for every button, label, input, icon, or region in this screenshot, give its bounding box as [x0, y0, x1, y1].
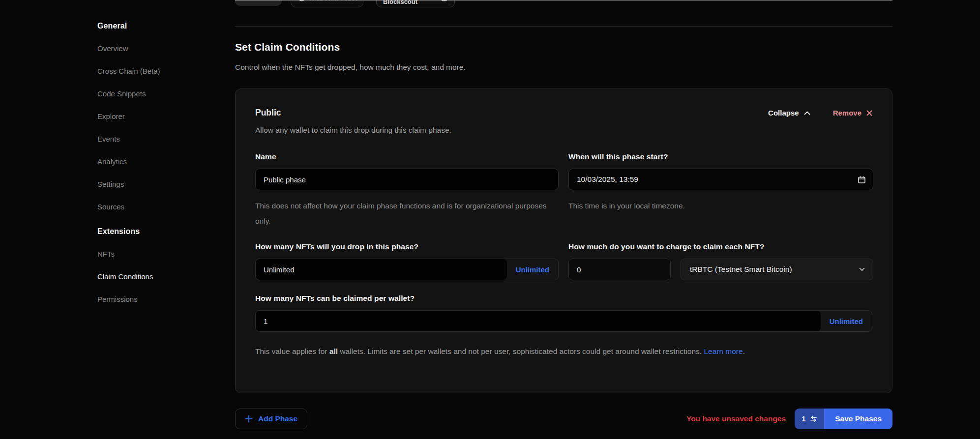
contract-sidebar: General Overview Cross Chain (Beta) Code… — [97, 22, 215, 318]
name-field: Name This does not affect how your claim… — [255, 152, 559, 229]
page-title: Set Claim Conditions — [235, 41, 340, 53]
supply-field: How many NFTs will you drop in this phas… — [255, 242, 559, 280]
name-help: This does not affect how your claim phas… — [255, 198, 559, 229]
supply-label: How many NFTs will you drop in this phas… — [255, 242, 559, 251]
remove-label: Remove — [833, 109, 861, 117]
phase-title: Public — [255, 108, 451, 118]
sidebar-item-sources[interactable]: Sources — [97, 203, 215, 211]
start-time-help: This time is in your local timezone. — [568, 198, 873, 213]
sidebar-item-overview[interactable]: Overview — [97, 44, 215, 53]
close-icon — [866, 110, 872, 116]
calendar-icon[interactable] — [858, 176, 866, 184]
per-wallet-unlimited-button[interactable]: Unlimited — [821, 311, 872, 331]
collapse-button[interactable]: Collapse — [768, 109, 810, 117]
start-time-value: 10/03/2025, 13:59 — [577, 175, 638, 184]
sidebar-item-nfts[interactable]: NFTs — [97, 250, 215, 259]
header-divider — [235, 26, 892, 27]
main-content: 0xcDee...F76bc9 Rootstock Blockscout Set… — [235, 0, 892, 439]
name-label: Name — [255, 152, 559, 161]
sidebar-item-cross-chain[interactable]: Cross Chain (Beta) — [97, 67, 215, 76]
claim-phase-card: Public Allow any wallet to claim this dr… — [235, 88, 892, 393]
learn-more-link[interactable]: Learn more — [704, 347, 742, 355]
per-wallet-label: How many NFTs can be claimed per wallet? — [255, 294, 872, 303]
truncated-toolbar-button[interactable] — [235, 0, 282, 6]
currency-select[interactable]: tRBTC (Testnet Smart Bitcoin) — [681, 259, 873, 280]
page-subtitle: Control when the NFTs get dropped, how m… — [235, 63, 466, 72]
start-time-input[interactable]: 10/03/2025, 13:59 — [568, 169, 873, 190]
per-wallet-field: How many NFTs can be claimed per wallet?… — [255, 294, 872, 332]
supply-input-group: Unlimited — [255, 259, 559, 280]
save-button-group: 1 Save Phases — [795, 409, 892, 429]
phases-footer: Add Phase You have unsaved changes 1 Sav… — [235, 409, 892, 429]
collapse-label: Collapse — [768, 109, 799, 117]
block-explorer-chip[interactable]: Rootstock Blockscout — [376, 0, 455, 7]
name-input[interactable] — [255, 169, 559, 190]
price-field: How much do you want to charge to claim … — [568, 242, 873, 280]
supply-unlimited-button[interactable]: Unlimited — [507, 259, 558, 280]
top-edge-highlight — [235, 0, 892, 0]
sidebar-section-general: General — [97, 22, 215, 30]
per-wallet-note: This value applies for all wallets. Limi… — [255, 344, 869, 359]
chevron-up-icon — [804, 111, 810, 115]
claim-conditions-page: General Overview Cross Chain (Beta) Code… — [0, 0, 980, 439]
swap-arrows-icon — [810, 415, 817, 422]
save-phases-button[interactable]: Save Phases — [824, 409, 892, 429]
supply-input[interactable] — [256, 259, 507, 280]
remove-button[interactable]: Remove — [833, 109, 872, 117]
sidebar-item-analytics[interactable]: Analytics — [97, 157, 215, 166]
block-explorer-label: Rootstock Blockscout — [383, 0, 437, 5]
currency-value: tRBTC (Testnet Smart Bitcoin) — [690, 265, 792, 274]
phase-count-badge[interactable]: 1 — [795, 409, 824, 429]
sidebar-item-permissions[interactable]: Permissions — [97, 295, 215, 304]
per-wallet-input[interactable] — [256, 311, 821, 331]
sidebar-item-explorer[interactable]: Explorer — [97, 112, 215, 121]
price-label: How much do you want to charge to claim … — [568, 242, 873, 251]
plus-icon — [245, 415, 253, 423]
chevron-down-icon — [859, 267, 865, 271]
sidebar-item-events[interactable]: Events — [97, 135, 215, 144]
sidebar-item-code-snippets[interactable]: Code Snippets — [97, 89, 215, 98]
add-phase-button[interactable]: Add Phase — [235, 409, 307, 429]
sidebar-section-extensions: Extensions — [97, 227, 215, 236]
per-wallet-input-group: Unlimited — [255, 310, 872, 332]
note-bold-all: all — [329, 347, 338, 355]
start-time-field: When will this phase start? 10/03/2025, … — [568, 152, 873, 229]
phase-head-text: Public Allow any wallet to claim this dr… — [255, 108, 451, 135]
sidebar-item-settings[interactable]: Settings — [97, 180, 215, 189]
phase-count-value: 1 — [802, 415, 805, 423]
price-input[interactable] — [568, 259, 671, 280]
contract-address-chip[interactable]: 0xcDee...F76bc9 — [291, 0, 363, 7]
start-time-label: When will this phase start? — [568, 152, 873, 161]
sidebar-item-claim-conditions[interactable]: Claim Conditions — [97, 272, 215, 281]
unsaved-changes-text: You have unsaved changes — [686, 414, 786, 423]
phase-description: Allow any wallet to claim this drop duri… — [255, 126, 451, 135]
add-phase-label: Add Phase — [258, 414, 297, 423]
